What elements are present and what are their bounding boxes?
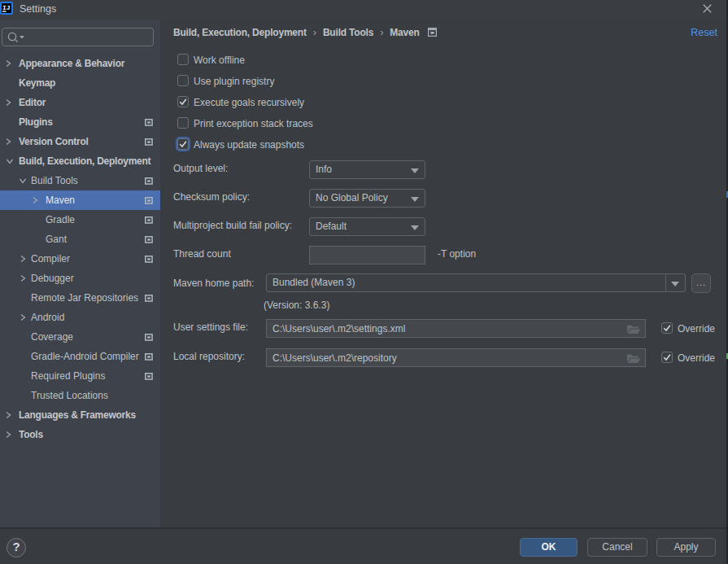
- svg-text:IJ: IJ: [2, 4, 11, 11]
